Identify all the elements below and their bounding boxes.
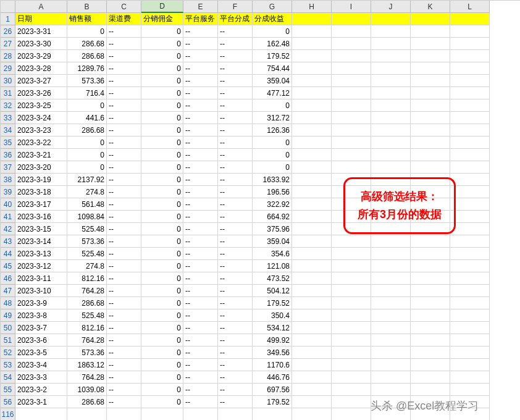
row-header[interactable]: 46 [1,272,15,285]
cell-date[interactable]: 2023-3-26 [15,87,67,99]
column-header-a[interactable]: A [15,1,67,13]
cell-sales[interactable]: 1863.12 [67,359,107,371]
cell-platform-share[interactable]: -- [218,124,253,136]
empty-cell[interactable] [371,309,411,322]
empty-cell[interactable] [371,248,411,260]
row-header[interactable]: 29 [1,62,15,75]
empty-cell[interactable] [292,285,332,297]
cell-share-profit[interactable]: 0 [253,25,292,38]
cell-date[interactable]: 2023-3-30 [15,38,67,50]
cell-date[interactable]: 2023-3-15 [15,223,67,235]
cell-sales[interactable]: 1289.76 [67,62,107,75]
cell-channel-fee[interactable]: -- [107,112,141,124]
empty-cell[interactable] [450,149,490,161]
cell-sales[interactable]: 0 [67,99,107,112]
cell-platform-service[interactable]: -- [183,371,218,384]
cell-platform-service[interactable]: -- [183,136,218,149]
cell-platform-share[interactable]: -- [218,112,253,124]
empty-cell[interactable] [292,174,332,186]
empty-cell[interactable] [450,334,490,346]
row-header[interactable]: 36 [1,149,15,161]
header-cell[interactable] [371,13,411,25]
empty-cell[interactable] [450,87,490,99]
empty-cell[interactable] [450,186,490,198]
empty-cell[interactable] [371,371,411,384]
empty-cell[interactable] [371,334,411,346]
empty-cell[interactable] [450,50,490,62]
cell-channel-fee[interactable]: -- [107,272,141,285]
cell-sales[interactable]: 286.68 [67,124,107,136]
empty-cell[interactable] [292,346,332,359]
empty-cell[interactable] [450,285,490,297]
cell-date[interactable]: 2023-3-7 [15,322,67,334]
empty-cell[interactable] [411,161,450,174]
cell-platform-share[interactable]: -- [218,211,253,223]
empty-cell[interactable] [411,384,450,396]
cell-channel-fee[interactable]: -- [107,62,141,75]
empty-cell[interactable] [450,371,490,384]
cell-sales[interactable]: 274.8 [67,260,107,272]
cell-platform-service[interactable]: -- [183,87,218,99]
empty-cell[interactable] [371,124,411,136]
cell-sales[interactable]: 573.36 [67,346,107,359]
cell-platform-share[interactable]: -- [218,99,253,112]
empty-cell[interactable] [332,149,371,161]
cell-date[interactable]: 2023-3-23 [15,124,67,136]
cell-commission[interactable]: 0 [141,62,183,75]
cell-platform-service[interactable]: -- [183,396,218,408]
cell-channel-fee[interactable]: -- [107,50,141,62]
cell-share-profit[interactable]: 179.52 [253,50,292,62]
cell-platform-share[interactable]: -- [218,235,253,248]
cell-channel-fee[interactable]: -- [107,223,141,235]
empty-cell[interactable] [332,346,371,359]
cell-commission[interactable]: 0 [141,260,183,272]
empty-cell[interactable] [411,272,450,285]
row-header[interactable]: 35 [1,136,15,149]
cell-date[interactable]: 2023-3-28 [15,62,67,75]
cell-channel-fee[interactable]: -- [107,396,141,408]
cell-sales[interactable]: 0 [67,149,107,161]
cell-commission[interactable]: 0 [141,161,183,174]
empty-cell[interactable] [371,235,411,248]
column-header-d[interactable]: D [141,1,183,13]
row-header[interactable]: 53 [1,359,15,371]
empty-cell[interactable] [411,112,450,124]
cell-share-profit[interactable]: 322.92 [253,198,292,211]
empty-cell[interactable] [292,359,332,371]
empty-cell[interactable] [332,25,371,38]
empty-cell[interactable] [371,50,411,62]
empty-cell[interactable] [292,75,332,87]
empty-cell[interactable] [292,322,332,334]
header-cell[interactable]: 渠道费 [107,13,141,25]
column-header-k[interactable]: K [411,1,450,13]
empty-cell[interactable] [450,38,490,50]
empty-cell[interactable] [141,408,183,420]
cell-commission[interactable]: 0 [141,384,183,396]
cell-platform-service[interactable]: -- [183,186,218,198]
row-header[interactable]: 50 [1,322,15,334]
header-cell[interactable] [292,13,332,25]
empty-cell[interactable] [253,408,292,420]
header-cell[interactable]: 日期 [15,13,67,25]
cell-sales[interactable]: 286.68 [67,396,107,408]
cell-date[interactable]: 2023-3-5 [15,346,67,359]
cell-platform-service[interactable]: -- [183,285,218,297]
empty-cell[interactable] [450,297,490,309]
row-header[interactable]: 33 [1,112,15,124]
cell-sales[interactable]: 2137.92 [67,174,107,186]
empty-cell[interactable] [292,297,332,309]
empty-cell[interactable] [411,136,450,149]
cell-channel-fee[interactable]: -- [107,198,141,211]
cell-channel-fee[interactable]: -- [107,161,141,174]
empty-cell[interactable] [371,272,411,285]
empty-cell[interactable] [292,161,332,174]
cell-date[interactable]: 2023-3-14 [15,235,67,248]
cell-platform-share[interactable]: -- [218,223,253,235]
column-header-l[interactable]: L [450,1,490,13]
row-header[interactable]: 54 [1,371,15,384]
corner-cell[interactable] [1,1,15,13]
cell-channel-fee[interactable]: -- [107,346,141,359]
empty-cell[interactable] [292,235,332,248]
empty-cell[interactable] [450,322,490,334]
cell-platform-service[interactable]: -- [183,50,218,62]
